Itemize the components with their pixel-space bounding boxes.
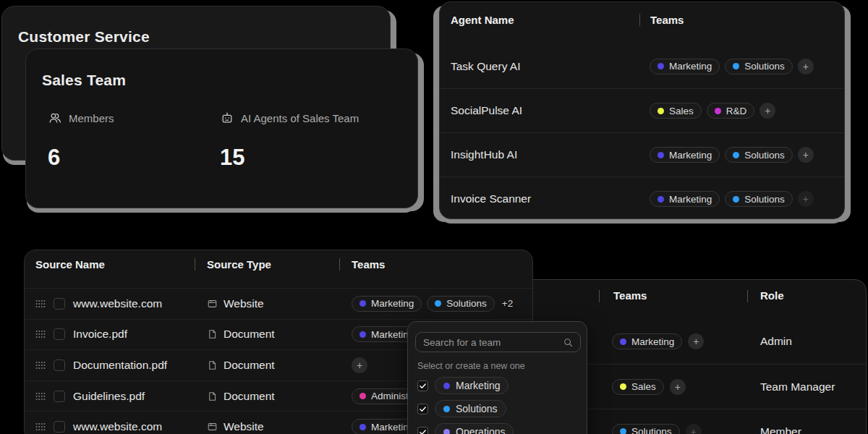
add-team-button[interactable]: + [798, 147, 814, 163]
team-color-dot [359, 424, 366, 430]
add-team-button[interactable]: + [798, 59, 814, 75]
team-option[interactable]: Marketing [417, 374, 514, 397]
team-badge[interactable]: Marketing [650, 147, 720, 163]
team-search-input[interactable] [416, 333, 580, 352]
team-badge[interactable]: Marketing [435, 377, 509, 394]
team-color-dot [733, 63, 739, 69]
robot-icon [220, 111, 234, 125]
team-color-dot [733, 152, 739, 158]
team-badge[interactable]: Solutions [725, 191, 793, 207]
team-badge[interactable]: Marketing [650, 191, 720, 207]
row-checkbox[interactable] [54, 359, 65, 371]
team-badge[interactable]: Marketing [612, 333, 682, 349]
team-badge-label: Marketing [456, 380, 500, 391]
role-value: Team Manager [760, 380, 835, 393]
drag-handle-icon[interactable] [35, 423, 46, 431]
members-icon [48, 111, 62, 125]
row-checkbox[interactable] [54, 298, 65, 310]
team-color-dot [620, 383, 626, 390]
website-icon [207, 298, 218, 309]
members-stat: Members 6 [48, 111, 114, 171]
column-header-role: Role [760, 289, 784, 302]
add-team-button[interactable]: + [352, 357, 367, 373]
drag-handle-icon[interactable] [35, 331, 46, 339]
agent-name: InsightHub AI [451, 148, 517, 161]
team-badge-label: Solutions [744, 194, 785, 205]
document-icon [207, 359, 218, 370]
add-team-button[interactable]: + [670, 379, 686, 395]
team-badge[interactable]: Solutions [725, 147, 793, 163]
document-icon [207, 391, 218, 401]
team-color-dot [359, 331, 366, 338]
row-checkbox[interactable] [54, 391, 65, 402]
team-badge-label: Sales [631, 381, 656, 392]
team-option[interactable]: Operations [417, 420, 514, 434]
stat-label: AI Agents of Sales Team [241, 112, 359, 124]
source-name: www.website.com [73, 420, 162, 433]
add-team-button[interactable]: + [688, 333, 704, 349]
table-row: www.website.com Website Marketing Soluti… [25, 288, 532, 319]
team-badge-label: Marketing [371, 298, 414, 309]
column-divider [639, 14, 640, 26]
team-badge-label: Marketing [669, 61, 712, 72]
ai-agents-stat: AI Agents of Sales Team 15 [220, 111, 359, 171]
team-badge-label: Marketing [669, 150, 712, 161]
team-color-dot [715, 108, 721, 114]
drag-handle-icon[interactable] [35, 392, 46, 400]
checkbox-checked[interactable] [417, 404, 428, 414]
team-color-dot [733, 196, 739, 203]
team-badge-label: Solutions [744, 61, 785, 72]
drag-handle-icon[interactable] [35, 299, 46, 307]
source-type: Document [224, 359, 275, 372]
column-divider [599, 290, 600, 302]
card-title: Customer Service [18, 28, 150, 46]
row-checkbox[interactable] [54, 328, 65, 340]
add-team-button[interactable]: + [760, 103, 775, 119]
team-badge-label: Operations [456, 426, 505, 434]
team-badge[interactable]: Solutions [427, 296, 495, 312]
team-badge[interactable]: Sales [650, 103, 702, 119]
column-divider [747, 290, 748, 302]
column-header-agent-name: Agent Name [451, 14, 514, 26]
source-name: Documentation.pdf [73, 359, 167, 372]
team-badge[interactable]: Sales [612, 379, 664, 395]
stat-value: 15 [220, 144, 359, 171]
agent-name: SocialPulse AI [451, 104, 522, 117]
drag-handle-icon[interactable] [35, 361, 46, 369]
team-badge-label: Solutions [456, 403, 498, 414]
column-divider [195, 258, 195, 271]
team-badge[interactable]: Solutions [435, 400, 506, 417]
source-type: Website [224, 420, 264, 433]
table-row: Task Query AI Marketing Solutions + [440, 44, 844, 88]
team-badge-label: Solutions [744, 150, 785, 161]
stat-value: 6 [48, 144, 114, 171]
checkbox-checked[interactable] [417, 427, 428, 434]
checkbox-checked[interactable] [417, 380, 428, 391]
team-badge[interactable]: R&D [707, 103, 755, 119]
team-color-dot [359, 393, 366, 399]
row-checkbox[interactable] [54, 421, 65, 433]
table-row: SocialPulse AI Sales R&D + [440, 88, 844, 132]
picker-helper-text: Select or create a new one [417, 361, 525, 371]
team-color-dot [359, 300, 366, 307]
team-badge[interactable]: Marketing [650, 59, 720, 75]
team-badge-label: Sales [669, 106, 694, 116]
team-search [415, 332, 581, 352]
team-option[interactable]: Solutions [417, 397, 514, 420]
team-badge[interactable]: Operations [435, 423, 514, 434]
add-team-button[interactable]: + [798, 191, 814, 207]
team-badge[interactable]: Solutions [612, 424, 680, 434]
team-badge[interactable]: Marketing [352, 296, 422, 312]
team-picker-popover: Select or create a new one Marketing Sol… [407, 321, 587, 434]
team-badge[interactable]: Solutions [725, 59, 793, 75]
team-badge-label: Marketing [669, 194, 712, 205]
card-title: Sales Team [42, 72, 126, 89]
table-row: InsightHub AI Marketing Solutions + [440, 132, 844, 176]
source-name: www.website.com [73, 297, 162, 310]
more-teams-badge[interactable]: +2 [502, 298, 513, 309]
column-header-teams: Teams [613, 289, 647, 302]
team-badge-label: Marketing [631, 336, 674, 347]
add-team-button[interactable]: + [686, 424, 702, 434]
table-row: Invoice Scanner Marketing Solutions + [440, 176, 844, 221]
team-color-dot [658, 63, 664, 69]
